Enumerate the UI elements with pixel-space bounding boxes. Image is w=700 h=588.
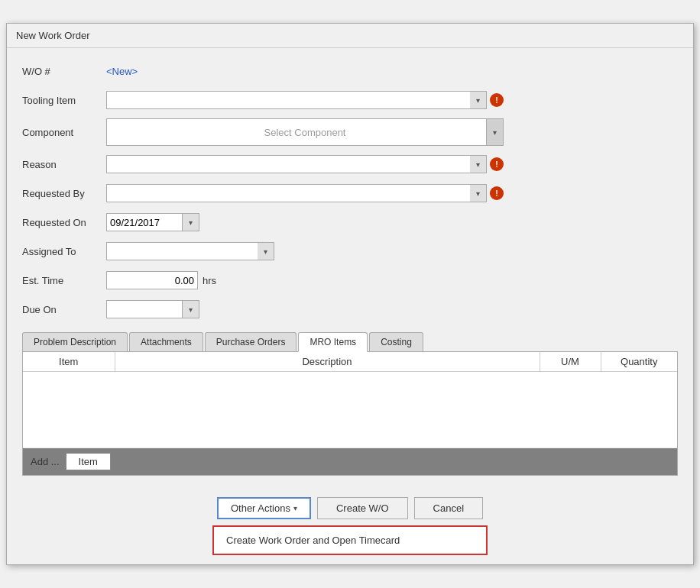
create-wo-label: Create W/O — [336, 502, 389, 514]
requested-by-input[interactable] — [106, 184, 487, 202]
est-time-label: Est. Time — [22, 275, 106, 286]
assigned-to-dropdown-btn[interactable]: ▾ — [258, 242, 274, 260]
component-placeholder: Select Component — [264, 127, 346, 138]
assigned-to-input-wrap: ▾ — [106, 242, 274, 260]
reason-label: Reason — [22, 159, 106, 170]
tooling-item-required-icon: ! — [490, 93, 504, 107]
window-title: New Work Order — [16, 30, 90, 41]
due-on-input[interactable] — [106, 300, 183, 318]
assigned-to-field: ▾ — [106, 242, 504, 260]
tab-mro-items[interactable]: MRO Items — [298, 332, 368, 352]
other-actions-button[interactable]: Other Actions ▾ — [217, 497, 311, 519]
requested-by-label: Requested By — [22, 188, 106, 199]
due-on-calendar-btn[interactable]: ▾ — [183, 300, 199, 318]
requested-by-field: ▾ ! — [106, 184, 504, 202]
requested-by-input-wrap: ▾ — [106, 184, 487, 202]
due-on-date-wrap: ▾ — [106, 300, 199, 318]
col-header-quantity: Quantity — [601, 352, 677, 372]
component-dropdown-arrow: ▾ — [486, 119, 503, 145]
requested-on-input[interactable] — [106, 213, 183, 231]
component-row: Component Select Component ▾ — [22, 118, 678, 146]
requested-on-calendar-btn[interactable]: ▾ — [183, 213, 199, 231]
col-header-description: Description — [115, 352, 540, 372]
footer: Other Actions ▾ Create W/O Cancel Create… — [7, 488, 693, 564]
requested-on-row: Requested On ▾ — [22, 212, 678, 233]
col-header-um: U/M — [540, 352, 601, 372]
est-time-field: hrs — [106, 271, 504, 289]
est-time-unit: hrs — [203, 275, 216, 286]
component-label: Component — [22, 127, 106, 138]
create-timecard-popup: Create Work Order and Open Timecard — [212, 525, 488, 555]
tooling-item-dropdown-btn[interactable]: ▾ — [470, 91, 487, 109]
assigned-to-row: Assigned To ▾ — [22, 241, 678, 262]
requested-by-dropdown-btn[interactable]: ▾ — [470, 184, 487, 202]
footer-buttons: Other Actions ▾ Create W/O Cancel — [217, 497, 483, 519]
due-on-field: ▾ — [106, 300, 504, 318]
wo-label: W/O # — [22, 66, 106, 77]
tab-bar: Problem Description Attachments Purchase… — [22, 332, 678, 352]
tooling-item-label: Tooling Item — [22, 95, 106, 106]
create-wo-button[interactable]: Create W/O — [317, 497, 408, 519]
other-actions-label: Other Actions — [231, 502, 290, 514]
new-work-order-window: New Work Order W/O # <New> Tooling Item … — [6, 23, 694, 565]
requested-on-field: ▾ — [106, 213, 504, 231]
tabs-container: Problem Description Attachments Purchase… — [22, 332, 678, 476]
title-bar: New Work Order — [7, 24, 693, 48]
tab-content-mro-items: Item Description U/M Quantity Add ... — [22, 352, 678, 476]
table-header-row: Item Description U/M Quantity — [23, 352, 677, 372]
est-time-input[interactable] — [106, 271, 198, 289]
tab-attachments[interactable]: Attachments — [129, 332, 203, 351]
requested-by-row: Requested By ▾ ! — [22, 183, 678, 204]
component-field: Select Component ▾ — [106, 118, 504, 146]
reason-field: ▾ ! — [106, 155, 504, 173]
create-timecard-label: Create Work Order and Open Timecard — [226, 535, 400, 546]
tooling-item-row: Tooling Item ▾ ! — [22, 89, 678, 111]
add-item-button[interactable]: Item — [66, 453, 111, 470]
add-link[interactable]: Add ... — [31, 456, 60, 467]
cancel-label: Cancel — [433, 502, 464, 514]
assigned-to-label: Assigned To — [22, 246, 106, 257]
requested-on-date-wrap: ▾ — [106, 213, 199, 231]
reason-required-icon: ! — [490, 157, 504, 171]
tab-problem-description[interactable]: Problem Description — [22, 332, 128, 351]
reason-input-wrap: ▾ — [106, 155, 487, 173]
tooling-item-input[interactable] — [106, 91, 487, 109]
component-select-btn[interactable]: Select Component ▾ — [106, 118, 504, 146]
table-body — [23, 372, 677, 448]
assigned-to-input[interactable] — [106, 242, 274, 260]
est-time-row: Est. Time hrs — [22, 270, 678, 291]
table-empty-cell — [23, 372, 677, 448]
tab-costing[interactable]: Costing — [369, 332, 423, 351]
requested-on-label: Requested On — [22, 217, 106, 228]
reason-dropdown-btn[interactable]: ▾ — [470, 155, 487, 173]
tab-purchase-orders[interactable]: Purchase Orders — [205, 332, 297, 351]
footer-popup-area: Create Work Order and Open Timecard — [212, 525, 488, 555]
mro-table: Item Description U/M Quantity — [23, 352, 677, 448]
due-on-label: Due On — [22, 304, 106, 315]
add-item-row: Add ... Item — [23, 448, 677, 475]
requested-by-required-icon: ! — [490, 186, 504, 200]
form-content: W/O # <New> Tooling Item ▾ ! Component — [7, 48, 693, 488]
wo-field: <New> — [106, 66, 504, 77]
due-on-row: Due On ▾ — [22, 299, 678, 320]
create-timecard-button[interactable]: Create Work Order and Open Timecard — [214, 527, 486, 554]
table-empty — [23, 372, 677, 448]
tooling-item-input-wrap: ▾ — [106, 91, 487, 109]
wo-value: <New> — [106, 66, 138, 77]
tooling-item-field: ▾ ! — [106, 91, 504, 109]
reason-input[interactable] — [106, 155, 487, 173]
wo-row: W/O # <New> — [22, 60, 678, 82]
other-actions-arrow-icon: ▾ — [293, 504, 297, 512]
reason-row: Reason ▾ ! — [22, 153, 678, 175]
cancel-button[interactable]: Cancel — [414, 497, 483, 519]
col-header-item: Item — [23, 352, 115, 372]
